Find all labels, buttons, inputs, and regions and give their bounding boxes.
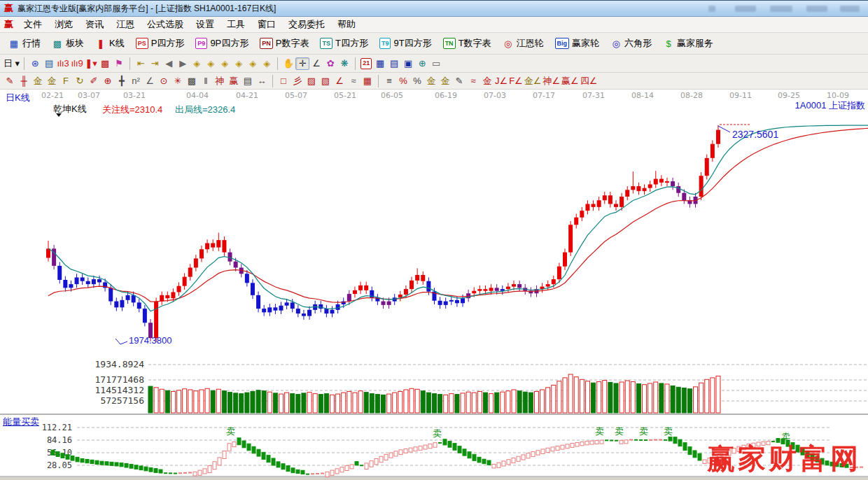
sectors-button[interactable]: ▩板块 <box>46 35 90 52</box>
menu-item-trade[interactable]: 交易委托 <box>282 17 331 32</box>
diamond-pan-left-icon[interactable]: ◈ <box>190 57 204 70</box>
kline-button[interactable]: ❚K线 <box>90 35 130 52</box>
gann-wheel-button[interactable]: ◎江恩轮 <box>497 35 550 52</box>
winner-service-button[interactable]: $赢家服务 <box>657 35 719 52</box>
trend-rays-tool-icon[interactable]: ∠ <box>332 75 346 87</box>
gold-line-tool-icon[interactable]: 金 <box>438 75 452 87</box>
wave2-tool-icon[interactable]: ≈ <box>466 75 480 87</box>
quotes-button[interactable]: ▦行情 <box>3 35 46 52</box>
clipboard-icon[interactable]: ▤ <box>42 57 56 70</box>
t-square-button[interactable]: TST四方形 <box>314 35 373 52</box>
gann-circle-tool-icon[interactable]: ⊙ <box>157 75 171 87</box>
9p-square-button[interactable]: P99P四方形 <box>190 35 254 52</box>
gold-angle-tool-icon[interactable]: 金∠ <box>524 75 542 87</box>
chart-area[interactable]: 1934.892417177146811451431257257156112.2… <box>0 90 868 480</box>
menu-item-help[interactable]: 帮助 <box>331 17 362 32</box>
square-number-tool-icon[interactable]: n² <box>129 75 143 87</box>
box-tool-icon[interactable]: □ <box>276 75 290 87</box>
grid-line-tool-icon[interactable]: ╫ <box>17 75 31 87</box>
fan-box-tool-icon[interactable]: ▨ <box>304 75 318 87</box>
shen-angle-tool-icon[interactable]: 神∠ <box>542 75 561 87</box>
winner-wheel-button[interactable]: Big赢家轮 <box>550 35 606 52</box>
percent-retrace-tool-icon[interactable]: % <box>396 75 410 87</box>
gold-split-tool-icon[interactable]: 金 <box>31 75 45 87</box>
cross-grid-tool-icon[interactable]: ╋ <box>115 75 129 87</box>
compass-tool-icon[interactable]: ⊕ <box>101 75 115 87</box>
f-angle-tool-icon[interactable]: F∠ <box>508 75 524 87</box>
win-angle-tool-icon[interactable]: 赢∠ <box>561 75 580 87</box>
parallel-tool-icon[interactable]: ‖ <box>199 75 213 87</box>
fibonacci-tool-icon[interactable]: F <box>59 75 73 87</box>
bars-3-icon[interactable]: ılı3 <box>56 57 70 70</box>
menu-item-gann[interactable]: 江恩 <box>110 17 141 32</box>
grid-square-tool-icon[interactable]: ▦ <box>360 75 374 87</box>
prev-icon[interactable]: ◀ <box>162 57 176 70</box>
bars-9-icon: ılı9 <box>71 58 83 69</box>
angle-tool-icon[interactable]: ∠ <box>143 75 157 87</box>
bars-9-icon[interactable]: ılı9 <box>70 57 84 70</box>
menu-item-browse[interactable]: 浏览 <box>48 17 79 32</box>
star-ray-tool-icon: ✳ <box>172 76 183 87</box>
flag-icon[interactable]: ⚑ <box>112 57 126 70</box>
period-day-dropdown-icon[interactable]: 日 ▾ <box>3 57 20 70</box>
skip-first-icon[interactable]: ⇤ <box>134 57 148 70</box>
pen-tool-icon[interactable]: ✎ <box>3 75 17 87</box>
next-icon[interactable]: ▶ <box>176 57 190 70</box>
menu-item-news[interactable]: 资讯 <box>79 17 110 32</box>
star-ray-tool-icon[interactable]: ✳ <box>171 75 185 87</box>
j-angle-tool-icon[interactable]: J∠ <box>494 75 508 87</box>
fan-lines-tool-icon[interactable]: 彡 <box>290 75 304 87</box>
t-number-table-button[interactable]: TNT数字表 <box>438 35 497 52</box>
hand-pan-icon[interactable]: ✋ <box>281 57 295 70</box>
menu-item-window[interactable]: 窗口 <box>251 17 282 32</box>
wave-tool-icon[interactable]: ≈ <box>346 75 360 87</box>
menu-item-settings[interactable]: 设置 <box>190 17 220 32</box>
kline-type-caret-icon[interactable] <box>56 113 62 117</box>
gann-flower-icon[interactable]: ✿ <box>323 57 337 70</box>
9t-square-button[interactable]: T99T四方形 <box>374 35 438 52</box>
diamond-shrink-v-icon[interactable]: ◈ <box>260 57 274 70</box>
angle-measure-icon[interactable]: ∠ <box>309 57 323 70</box>
gold-circle-tool-icon[interactable]: 金 <box>424 75 438 87</box>
diamond-expand-h-icon[interactable]: ◈ <box>218 57 232 70</box>
calendar-21-icon[interactable]: 21 <box>359 57 373 70</box>
brush-tool-icon[interactable]: ✐ <box>87 75 101 87</box>
save-icon[interactable]: ▣ <box>401 57 415 70</box>
crosshair-icon[interactable]: ✛ <box>295 57 309 70</box>
menu-item-formula-stock-pick[interactable]: 公式选股 <box>141 17 190 32</box>
brain-analysis-icon[interactable]: ❋ <box>337 57 351 70</box>
skip-last-icon[interactable]: ⇥ <box>148 57 162 70</box>
printer-icon: ▭ <box>430 58 442 69</box>
web-share-icon[interactable]: ⊕ <box>415 57 429 70</box>
p-number-table-button[interactable]: PNP数字表 <box>254 35 314 52</box>
scale-tool-icon[interactable]: ≡ <box>382 75 396 87</box>
box-rays-tool-icon[interactable]: ▧ <box>318 75 332 87</box>
gold-red-tool-icon[interactable]: 金 <box>480 75 494 87</box>
diamond-expand-v-icon[interactable]: ◈ <box>246 57 260 70</box>
percent-tool-icon[interactable]: % <box>410 75 424 87</box>
pen-small-tool-icon[interactable]: ✎ <box>452 75 466 87</box>
diamond-pan-right-icon[interactable]: ◈ <box>204 57 218 70</box>
ruler-123-tool-icon[interactable]: ▤ <box>241 75 255 87</box>
notebook-icon[interactable]: ▤ <box>387 57 401 70</box>
printer-icon[interactable]: ▭ <box>429 57 443 70</box>
web-grid-tool-icon[interactable]: ▩ <box>185 75 199 87</box>
indicator-title[interactable]: 能量买卖 <box>3 416 39 428</box>
price-chart-canvas[interactable]: 1934.892417177146811451431257257156112.2… <box>0 90 868 480</box>
shen-line-tool-icon[interactable]: 神 <box>213 75 227 87</box>
title-bar[interactable]: 赢 赢家江恩专业版[赢家内部服务平台] - [上证指数 SH1A0001-167… <box>0 1 868 17</box>
sieve-icon[interactable]: ▩ <box>98 57 112 70</box>
hexagon-button[interactable]: ◎六角形 <box>605 35 657 52</box>
spiral-tool-icon[interactable]: ↻ <box>73 75 87 87</box>
menu-item-tools[interactable]: 工具 <box>220 17 251 32</box>
calculator-icon[interactable]: ▦ <box>373 57 387 70</box>
gold-split9-tool-icon[interactable]: 金 <box>45 75 59 87</box>
p-square-button[interactable]: PSP四方形 <box>130 35 190 52</box>
win-line-tool-icon[interactable]: 赢 <box>227 75 241 87</box>
span-measure-tool-icon[interactable]: ↔ <box>255 75 269 87</box>
menu-item-file[interactable]: 文件 <box>18 17 48 32</box>
four-angle-tool-icon[interactable]: 四∠ <box>580 75 598 87</box>
zen-net-icon[interactable]: ⊛ <box>28 57 42 70</box>
diamond-shrink-h-icon[interactable]: ◈ <box>232 57 246 70</box>
candle-style-dropdown-icon[interactable]: ❚▾ <box>84 57 98 70</box>
